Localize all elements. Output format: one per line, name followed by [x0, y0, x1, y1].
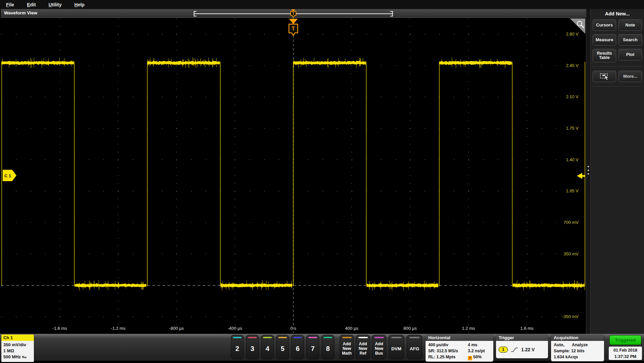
- trigger-level: 1.22 V: [521, 347, 535, 352]
- trigger-position: T50%: [468, 354, 491, 360]
- volt-tick-label: 700 mV: [563, 220, 579, 225]
- time-label: 1:37:32 PM: [609, 354, 642, 360]
- record-view-minimap[interactable]: T: [1, 9, 586, 18]
- add-plot-button[interactable]: Plot: [618, 49, 642, 60]
- select-region-button[interactable]: [593, 71, 616, 82]
- time-tick-label: -800 µs: [169, 326, 184, 331]
- volt-tick-label: 1.40 V: [566, 157, 579, 162]
- channel-1-label: Ch 1: [1, 335, 34, 341]
- add-note-button[interactable]: Note: [618, 19, 642, 31]
- volt-tick-label: 1.75 V: [566, 126, 579, 131]
- time-tick-label: -1.2 ms: [111, 326, 126, 331]
- add-new-bus-button[interactable]: Add New Bus: [372, 335, 386, 359]
- time-tick-label: -400 µs: [228, 326, 242, 331]
- time-tick-label: 1.2 ms: [462, 326, 475, 331]
- channel-button-5[interactable]: 5: [276, 335, 289, 359]
- minimap-trigger-arrow-icon: [291, 9, 295, 11]
- channel-1-scale: 350 mV/div: [3, 342, 32, 348]
- waveform-view: Waveform View T 2.80 V2.45 V2.10 V1.75 V…: [1, 9, 586, 334]
- trigger-badge[interactable]: Trigger 1 1.22 V: [496, 335, 548, 358]
- menu-item-help[interactable]: Help: [75, 2, 85, 7]
- acquisition-count: 1.634 kAcqs: [554, 354, 601, 360]
- dvm-button[interactable]: DVM: [389, 335, 404, 359]
- volt-tick-label: 2.45 V: [566, 63, 579, 68]
- time-tick-label: 400 µs: [345, 326, 358, 331]
- volt-tick-label: -350 mV: [562, 314, 579, 319]
- time-tick-label: -1.6 ms: [52, 326, 67, 331]
- time-tick-label: 0 s: [290, 326, 296, 331]
- time-tick-label: 800 µs: [403, 326, 417, 331]
- channel-1-settings: 350 mV/div 1 MΩ 500 MHz BW: [1, 341, 34, 362]
- panel-divider[interactable]: [586, 9, 591, 334]
- channel-button-4[interactable]: 4: [261, 335, 274, 359]
- trigger-arrow-icon: [289, 19, 298, 24]
- channel-button-3[interactable]: 3: [246, 335, 259, 359]
- more-button[interactable]: More...: [618, 71, 642, 82]
- volt-tick-label: 0 V: [577, 283, 584, 288]
- sample-rate: SR: 312.5 MS/s: [428, 348, 468, 354]
- channel-button-2[interactable]: 2: [231, 335, 244, 359]
- panel-divider-line: [592, 86, 643, 86]
- horizontal-scale: 400 µs/div: [428, 342, 468, 348]
- badge-bar: Ch 1 350 mV/div 1 MΩ 500 MHz BW 2345678 …: [0, 334, 644, 361]
- channel-buttons: 2345678: [231, 335, 334, 359]
- acquisition-badge[interactable]: Acquisition Auto,Analyze Sample: 12 bits…: [551, 335, 604, 361]
- waveform-plot[interactable]: 2.80 V2.45 V2.10 V1.75 V1.40 V1.05 V700 …: [1, 18, 586, 333]
- acquisition-mode: Auto,: [554, 342, 564, 348]
- waveform-view-header: Waveform View T: [1, 9, 586, 18]
- volt-tick-label: 350 mV: [563, 251, 579, 256]
- acquisition-analyze: Analyze: [572, 342, 588, 348]
- volt-tick-label: 2.10 V: [566, 94, 579, 99]
- afg-button[interactable]: AFG: [407, 335, 422, 359]
- volt-tick-label: 1.05 V: [566, 188, 579, 193]
- trigger-level-arrow[interactable]: [582, 175, 585, 177]
- channel-button-8[interactable]: 8: [321, 335, 334, 359]
- add-new-title: Add New...: [591, 11, 644, 16]
- date-label: 01 Feb 2018: [609, 347, 642, 354]
- menu-item-file[interactable]: File: [6, 2, 14, 7]
- add-new-math-button[interactable]: Add New Math: [340, 335, 354, 359]
- trigger-status-badge: Triggered: [609, 335, 641, 345]
- add-new-panel: Add New... CursorsNoteMeasureSearchResul…: [591, 9, 644, 334]
- svg-text:T: T: [292, 12, 295, 16]
- channel-1-bandwidth: 500 MHz BW: [3, 354, 32, 361]
- trigger-source-pill: 1: [499, 347, 508, 353]
- add-new-ref-button[interactable]: Add New Ref: [356, 335, 370, 359]
- add-search-button[interactable]: Search: [618, 34, 642, 46]
- sample-interval: 3.2 ns/pt: [468, 348, 491, 354]
- horizontal-badge[interactable]: Horizontal 400 µs/div4 ms SR: 312.5 MS/s…: [426, 335, 493, 362]
- channel-button-6[interactable]: 6: [291, 335, 304, 359]
- trigger-position-icon: T: [468, 356, 472, 360]
- svg-text:C 1: C 1: [4, 173, 11, 178]
- menu-bar: File Edit Utility Help: [0, 0, 644, 9]
- select-region-icon: [599, 73, 609, 80]
- channel-button-7[interactable]: 7: [306, 335, 319, 359]
- rising-edge-icon: [511, 347, 518, 353]
- channel-1-impedance: 1 MΩ: [3, 348, 32, 354]
- acquisition-sample: Sample: 12 bits: [554, 348, 601, 354]
- add-results-table-button[interactable]: Results Table: [593, 49, 616, 62]
- divider-grip-icon[interactable]: [588, 166, 589, 175]
- add-measure-button[interactable]: Measure: [593, 34, 616, 46]
- time-tick-label: 1.6 ms: [520, 326, 534, 331]
- panel-divider-line: [592, 66, 643, 67]
- menu-item-utility[interactable]: Utility: [49, 2, 62, 7]
- record-duration: 4 ms: [468, 342, 491, 348]
- add-new-button-grid: CursorsNoteMeasureSearchResults TablePlo…: [591, 19, 644, 62]
- channel-1-badge[interactable]: Ch 1 350 mV/div 1 MΩ 500 MHz BW: [1, 335, 34, 362]
- svg-text:T: T: [292, 26, 295, 32]
- add-new-source-buttons: Add New MathAdd New RefAdd New Bus: [340, 335, 386, 359]
- add-cursors-button[interactable]: Cursors: [593, 19, 616, 31]
- volt-tick-label: 2.80 V: [566, 32, 579, 37]
- record-length: RL: 1.25 Mpts: [428, 354, 468, 360]
- datetime-display: 01 Feb 2018 1:37:32 PM: [609, 347, 642, 360]
- menu-item-edit[interactable]: Edit: [27, 2, 36, 7]
